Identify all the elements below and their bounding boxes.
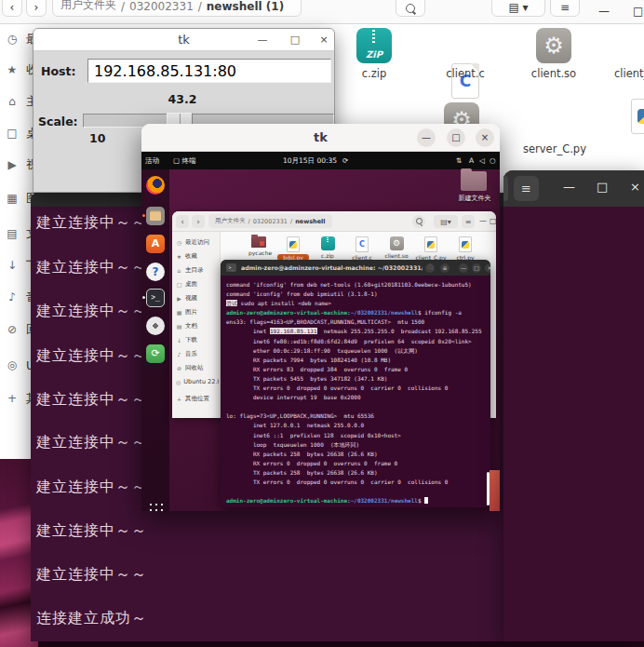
close-button[interactable]: × [485,263,490,273]
terminal-line: RX errors 0 dropped 0 overruns 0 frame 0 [226,459,487,468]
file-label[interactable]: client.so [526,67,582,80]
host-label: Host: [41,64,75,78]
trash-icon: ⊘ [6,323,19,336]
maximize-button[interactable]: □ [472,263,481,273]
software-dock-icon[interactable]: A [146,235,165,253]
window-maximize-button[interactable]: □ [633,6,643,17]
minimize-button[interactable]: — [255,33,270,47]
file-item-pycache[interactable]: __pycache__ [243,236,275,256]
inner-terminal-titlebar[interactable]: >_ admin-zero@adminzero-virtual-machine:… [221,260,490,276]
file-item[interactable]: c.zip [312,236,343,259]
firefox-dock-icon[interactable] [146,176,165,195]
help-dock-icon[interactable]: ? [146,263,165,281]
terminal-dock-icon[interactable]: >_ [146,289,165,307]
view-toggle-button[interactable]: ▤▾ [434,215,458,228]
minimize-button[interactable]: — [459,263,468,273]
videos-icon: ▶ [6,158,19,171]
tk-dialog-titlebar[interactable]: tk — □ × [34,29,334,51]
close-button[interactable]: × [630,180,640,194]
star-icon: ★ [6,63,19,76]
disc-dock-icon[interactable] [146,317,165,335]
terminal-line: TX errors 0 dropped 0 overruns 0 carrier… [226,384,487,393]
host-input[interactable] [87,59,331,83]
minimize-button[interactable]: — [563,180,575,194]
hamburger-menu-button[interactable]: ≡ [462,215,475,228]
breadcrumb-current[interactable]: newshell (1) [207,0,284,13]
file-item-selected[interactable]: bdsl.py [277,236,309,261]
close-button[interactable]: × [476,128,494,147]
hamburger-menu-button[interactable]: ≡ [440,263,449,273]
file-label[interactable]: client_C.py [614,67,644,80]
maximize-button[interactable]: □ [597,180,608,194]
file-item[interactable]: Cclient.c [346,236,378,261]
forward-button[interactable]: › [192,215,205,228]
file-label[interactable]: client.c [437,67,493,80]
sidebar-item-music[interactable]: ♪音乐 [176,348,219,359]
breadcrumb[interactable]: 用户文件夹 / 032002331 / newshell (1) [52,0,302,17]
desktop-folder-icon[interactable] [461,171,487,191]
minimize-button[interactable]: — [479,217,487,225]
power-icon[interactable]: ○ [490,156,496,165]
sidebar-item-pictures[interactable]: ▦图片 [176,306,219,317]
sidebar-item-videos[interactable]: ▶视频 [176,292,219,303]
hamburger-menu-button[interactable]: ≡ [550,0,580,17]
maximize-button[interactable]: □ [447,128,465,147]
terminal-output[interactable]: command 'ifconfig' from deb net-tools (1… [226,280,487,505]
activities-button[interactable]: 活动 [145,156,159,166]
updater-dock-icon[interactable]: ⟳ [146,344,165,363]
hamburger-menu-button[interactable]: ≡ [514,176,539,201]
file-label[interactable]: server_C.py [521,142,588,155]
network-icon[interactable]: ⇅ [456,156,462,165]
files-dock-icon[interactable] [146,207,165,225]
search-button[interactable] [503,176,508,201]
volume-icon[interactable]: ◁ [479,156,485,165]
right-terminal-window[interactable]: ≡ — □ × [503,170,644,641]
sidebar-item-trash[interactable]: ⊘回收站 [176,362,219,373]
focused-app-indicator[interactable]: ▢ 终端 [173,156,195,166]
window-glyph-icon: ▢ [173,156,180,165]
sidebar-item-desktop[interactable]: □桌面 [176,278,219,290]
close-button[interactable]: × [316,33,331,47]
show-applications-button[interactable] [148,502,163,511]
terminal-line: 建立连接中～～ [36,346,147,366]
clock[interactable]: 10月15日 00:35 [283,156,337,166]
forward-button[interactable]: › [26,0,47,17]
search-button[interactable] [425,263,435,273]
back-button[interactable]: ‹ [2,0,22,17]
search-button[interactable] [396,0,425,17]
search-button[interactable] [412,215,425,228]
screenshot-window-titlebar[interactable]: tk — □ × [141,124,500,152]
minimize-button[interactable]: — [417,128,436,147]
window-minimize-button[interactable]: — [598,6,610,17]
terminal-line: inet 192.168.85.131 netmask 255.255.255.… [226,327,487,336]
file-label[interactable]: c.zip [346,67,402,80]
file-item[interactable]: client_C.py [415,236,447,261]
file-icon-zip[interactable]: ZiP [356,28,392,63]
file-item[interactable]: ⚙client.so [381,236,412,259]
maximize-button[interactable]: □ [288,33,302,47]
breadcrumb[interactable]: 用户文件夹 / 032002331 / newshell [208,214,332,228]
back-button[interactable]: ‹ [176,215,189,228]
inner-terminal-window[interactable]: >_ admin-zero@adminzero-virtual-machine:… [221,260,490,507]
selected-ip: 192.168.85.131 [270,328,317,334]
sidebar-item-documents[interactable]: ▤文档 [176,320,219,331]
sidebar-item-ubuntu-volume[interactable]: ◎Ubuntu 22.0... [176,376,219,387]
right-terminal-titlebar[interactable]: ≡ — □ × [503,170,644,207]
sidebar-item-recent[interactable]: ◷最近访问 [176,236,219,248]
python-file-icon [287,236,300,252]
breadcrumb-segment[interactable]: 032002331 [129,0,194,13]
breadcrumb-segment[interactable]: 用户文件夹 [60,0,116,13]
maximize-button[interactable]: □ [490,217,497,225]
sidebar-item-home[interactable]: ⌂主目录 [176,264,219,276]
accessibility-icon[interactable]: A [469,156,474,165]
sidebar-item-starred[interactable]: ★收藏 [176,250,219,262]
file-item[interactable]: ctrl.py [449,236,481,261]
scale-current-value: 43.2 [154,92,210,106]
breadcrumb-separator: / [121,0,125,13]
plus-icon: + [6,392,19,405]
sidebar-item-downloads[interactable]: ↓下载 [176,334,219,345]
sidebar-item-other-locations[interactable]: +其他位置 [176,393,219,404]
view-toggle-button[interactable]: ▤ ▾ [491,0,545,17]
file-icon-py[interactable] [631,99,644,134]
file-icon-so[interactable]: ⚙ [536,28,571,63]
